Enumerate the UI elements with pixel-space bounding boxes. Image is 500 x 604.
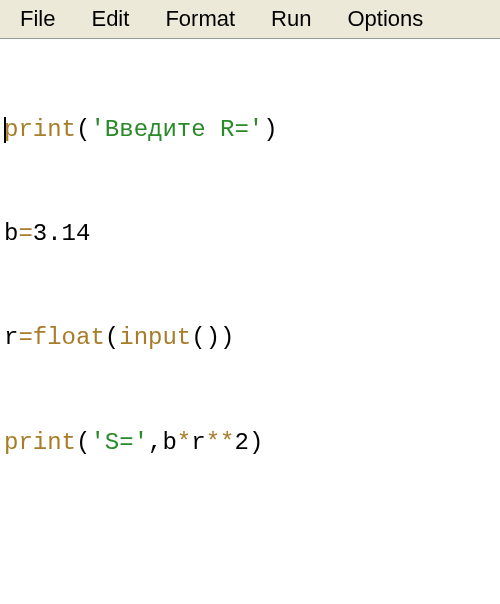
- token-paren: ): [220, 324, 234, 351]
- token-op: **: [206, 429, 235, 456]
- code-line-3: r=float(input()): [4, 321, 496, 356]
- token-string: 'S=': [90, 429, 148, 456]
- token-num: 3.14: [33, 220, 91, 247]
- token-print: print: [4, 116, 76, 143]
- code-line-1: print('Введите R='): [4, 113, 496, 148]
- menu-run[interactable]: Run: [253, 4, 329, 34]
- code-editor[interactable]: print('Введите R=') b=3.14 r=float(input…: [0, 39, 500, 604]
- token-paren: (: [76, 116, 90, 143]
- menu-format[interactable]: Format: [147, 4, 253, 34]
- token-input: input: [119, 324, 191, 351]
- code-line-4: print('S=',b*r**2): [4, 426, 496, 461]
- token-op: *: [177, 429, 191, 456]
- token-paren: ): [263, 116, 277, 143]
- token-paren: ): [206, 324, 220, 351]
- token-paren: ): [249, 429, 263, 456]
- token-string: 'Введите R=': [90, 116, 263, 143]
- menu-edit[interactable]: Edit: [73, 4, 147, 34]
- token-paren: (: [105, 324, 119, 351]
- code-line-2: b=3.14: [4, 217, 496, 252]
- token-eq: =: [18, 220, 32, 247]
- token-print: print: [4, 429, 76, 456]
- token-var: r: [191, 429, 205, 456]
- token-var: b: [162, 429, 176, 456]
- menu-file[interactable]: File: [2, 4, 73, 34]
- token-var: b: [4, 220, 18, 247]
- menu-options[interactable]: Options: [329, 4, 441, 34]
- token-num: 2: [234, 429, 248, 456]
- token-paren: (: [191, 324, 205, 351]
- menubar: File Edit Format Run Options: [0, 0, 500, 39]
- token-var: r: [4, 324, 18, 351]
- token-eq: =: [18, 324, 32, 351]
- token-paren: (: [76, 429, 90, 456]
- token-float: float: [33, 324, 105, 351]
- token-comma: ,: [148, 429, 162, 456]
